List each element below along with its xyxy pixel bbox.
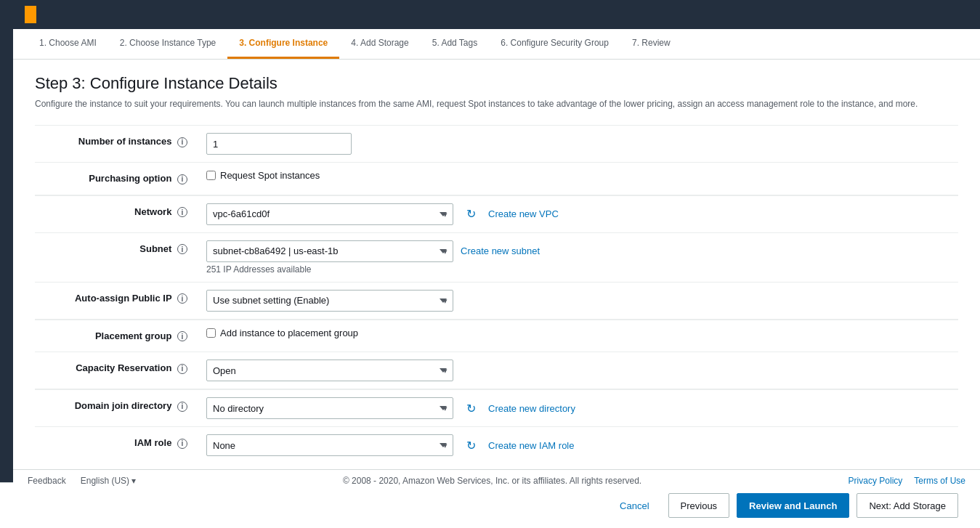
feedback-link[interactable]: Feedback	[28, 476, 66, 486]
cancel-button[interactable]: Cancel	[608, 493, 660, 518]
info-icon-network[interactable]: i	[177, 207, 187, 217]
row-capacity-reservation: Capacity Reservation i Open	[35, 352, 958, 390]
auto-assign-select-wrapper: Use subnet setting (Enable)	[206, 290, 453, 312]
input-cell-auto-assign: Use subnet setting (Enable)	[195, 282, 958, 320]
tab-ami[interactable]: 1. Choose AMI	[28, 29, 108, 59]
network-select-wrapper: vpc-6a61cd0f	[206, 203, 453, 225]
domain-refresh-button[interactable]: ↻	[461, 398, 481, 418]
row-number-of-instances: Number of instances i	[35, 126, 958, 163]
capacity-select-wrapper: Open	[206, 360, 453, 381]
input-cell-subnet: subnet-cb8a6492 | us-east-1b Create new …	[195, 232, 958, 282]
bottom-info-bar: Feedback English (US) ▾ © 2008 - 2020, A…	[13, 469, 980, 492]
input-cell-domain: No directory ↻ Create new directory	[195, 389, 958, 427]
tab-configure-instance[interactable]: 3. Configure Instance	[227, 29, 339, 59]
placement-group-checkbox-label[interactable]: Add instance to placement group	[206, 328, 951, 338]
ip-available-text: 251 IP Addresses available	[206, 264, 951, 275]
label-placement-group: Placement group i	[35, 320, 195, 352]
row-network: Network i vpc-6a61cd0f ↻	[35, 195, 958, 233]
subnet-select-wrapper: subnet-cb8a6492 | us-east-1b	[206, 240, 453, 262]
row-domain-join: Domain join directory i No directory	[35, 389, 958, 427]
input-cell-network: vpc-6a61cd0f ↻ Create new VPC	[195, 195, 958, 233]
row-placement-group: Placement group i Add instance to placem…	[35, 320, 958, 352]
bottom-right-links: Privacy Policy Terms of Use	[849, 476, 965, 486]
info-icon-auto-assign[interactable]: i	[177, 293, 187, 304]
language-chevron: ▾	[131, 476, 136, 486]
next-add-storage-button[interactable]: Next: Add Storage	[857, 493, 958, 518]
subnet-select[interactable]: subnet-cb8a6492 | us-east-1b	[206, 240, 453, 262]
iam-role-select[interactable]: None	[206, 434, 453, 456]
label-purchasing-option: Purchasing option i	[35, 163, 195, 195]
input-cell-placement: Add instance to placement group	[195, 320, 958, 352]
create-new-directory-link[interactable]: Create new directory	[488, 403, 575, 414]
label-iam-role: IAM role i	[35, 427, 195, 464]
row-purchasing-option: Purchasing option i Request Spot instanc…	[35, 163, 958, 195]
page-title: Step 3: Configure Instance Details	[35, 74, 958, 93]
placement-group-checkbox[interactable]	[206, 328, 216, 338]
previous-button[interactable]: Previous	[668, 493, 730, 518]
tab-add-storage[interactable]: 4. Add Storage	[339, 29, 420, 59]
network-refresh-button[interactable]: ↻	[461, 204, 481, 224]
tab-review[interactable]: 7. Review	[620, 29, 682, 59]
network-select[interactable]: vpc-6a61cd0f	[206, 203, 453, 225]
tab-instance-type[interactable]: 2. Choose Instance Type	[108, 29, 228, 59]
review-and-launch-button[interactable]: Review and Launch	[737, 493, 849, 518]
domain-input-row: No directory ↻ Create new directory	[206, 397, 951, 419]
tab-security-group[interactable]: 6. Configure Security Group	[489, 29, 620, 59]
row-iam-role: IAM role i None ↻ Cre	[35, 427, 958, 464]
label-auto-assign-ip: Auto-assign Public IP i	[35, 282, 195, 320]
configure-instance-form: Number of instances i Purchasing option …	[35, 125, 958, 463]
privacy-policy-link[interactable]: Privacy Policy	[849, 476, 903, 486]
info-icon-domain[interactable]: i	[177, 402, 187, 412]
aws-logo	[25, 6, 36, 23]
info-icon-subnet[interactable]: i	[177, 244, 187, 254]
sidebar	[0, 0, 13, 528]
spot-instances-checkbox[interactable]	[206, 171, 216, 180]
info-icon-placement[interactable]: i	[177, 331, 187, 341]
input-cell-iam: None ↻ Create new IAM role	[195, 427, 958, 464]
label-subnet: Subnet i	[35, 232, 195, 282]
iam-refresh-button[interactable]: ↻	[461, 435, 481, 455]
label-number-of-instances: Number of instances i	[35, 126, 195, 163]
info-icon-capacity[interactable]: i	[177, 364, 187, 374]
terms-of-use-link[interactable]: Terms of Use	[914, 476, 965, 486]
info-icon-iam[interactable]: i	[177, 439, 187, 449]
row-subnet: Subnet i subnet-cb8a6492 | us-east-1b	[35, 232, 958, 282]
iam-input-row: None ↻ Create new IAM role	[206, 434, 951, 456]
language-selector[interactable]: English (US) ▾	[81, 476, 137, 486]
tab-add-tags[interactable]: 5. Add Tags	[421, 29, 490, 59]
row-auto-assign-ip: Auto-assign Public IP i Use subnet setti…	[35, 282, 958, 320]
subnet-input-row: subnet-cb8a6492 | us-east-1b Create new …	[206, 240, 951, 262]
page-description: Configure the instance to suit your requ…	[35, 97, 958, 110]
bottom-left-links: Feedback English (US) ▾	[28, 476, 136, 486]
input-cell-capacity: Open	[195, 352, 958, 390]
copyright-text: © 2008 - 2020, Amazon Web Services, Inc.…	[343, 476, 641, 486]
capacity-reservation-select[interactable]: Open	[206, 360, 453, 381]
info-icon-purchasing[interactable]: i	[177, 174, 187, 184]
label-network: Network i	[35, 195, 195, 233]
info-icon-instances[interactable]: i	[177, 137, 187, 147]
label-domain-join: Domain join directory i	[35, 389, 195, 427]
number-of-instances-input[interactable]	[206, 133, 352, 155]
create-new-subnet-link[interactable]: Create new subnet	[461, 245, 540, 256]
input-cell-purchasing: Request Spot instances	[195, 163, 958, 195]
auto-assign-select[interactable]: Use subnet setting (Enable)	[206, 290, 453, 312]
label-capacity-reservation: Capacity Reservation i	[35, 352, 195, 390]
top-bar	[13, 0, 980, 29]
input-cell-instances	[195, 126, 958, 163]
network-input-row: vpc-6a61cd0f ↻ Create new VPC	[206, 203, 951, 225]
wizard-tabs: 1. Choose AMI 2. Choose Instance Type 3.…	[13, 29, 980, 60]
domain-select-wrapper: No directory	[206, 397, 453, 419]
iam-select-wrapper: None	[206, 434, 453, 456]
spot-instances-checkbox-label[interactable]: Request Spot instances	[206, 170, 951, 181]
create-new-iam-role-link[interactable]: Create new IAM role	[488, 440, 575, 451]
create-new-vpc-link[interactable]: Create new VPC	[488, 208, 559, 219]
domain-join-select[interactable]: No directory	[206, 397, 453, 419]
